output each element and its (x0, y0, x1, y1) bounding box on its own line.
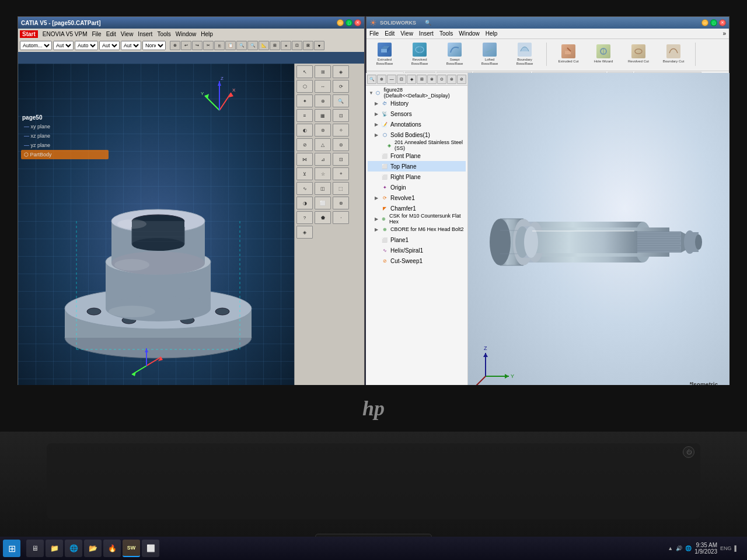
catia-side-btn-33[interactable]: ⬝ (333, 211, 349, 224)
catia-dropdown-3[interactable]: Auto (75, 41, 98, 50)
catia-tool-btn-9[interactable]: 📐 (259, 41, 269, 50)
sw-tree-plane1[interactable]: ⬜ Plane1 (368, 235, 466, 245)
catia-window-controls[interactable]: ─ □ ✕ (337, 19, 361, 26)
catia-tool-btn-13[interactable]: ⊠ (303, 41, 313, 50)
sw-tree-solid-bodies[interactable]: ▶ ⬡ Solid Bodies(1) (368, 130, 466, 140)
catia-side-btn-17[interactable]: △ (315, 138, 331, 151)
power-button[interactable]: ⏻ (683, 446, 694, 458)
catia-side-btn-1[interactable]: ↖ (296, 65, 313, 78)
sw-btn-revolved-boss[interactable]: Revolved Boss/Base (404, 40, 435, 68)
catia-tool-btn-12[interactable]: ⊡ (292, 41, 302, 50)
catia-side-btn-34[interactable]: ◈ (296, 226, 313, 239)
sw-panel-btn-filter[interactable]: ⊕ (377, 75, 386, 84)
catia-tool-btn-3[interactable]: ↪ (192, 41, 203, 50)
sw-panel-btn-more7[interactable]: ⊘ (457, 75, 466, 84)
catia-side-btn-13[interactable]: ◐ (296, 124, 313, 136)
catia-side-btn-8[interactable]: ⊕ (315, 94, 331, 107)
sw-panel-btn-collapse[interactable]: — (387, 75, 396, 84)
catia-menu-view[interactable]: View (121, 31, 134, 37)
catia-tool-btn-2[interactable]: ↩ (181, 41, 191, 50)
sw-maximize-btn[interactable]: □ (710, 19, 717, 26)
sw-panel-btn-more2[interactable]: ◈ (407, 75, 416, 84)
catia-tool-btn-4[interactable]: ✂ (203, 41, 214, 50)
sw-tree-sensors[interactable]: ▶ 📡 Sensors (368, 108, 466, 119)
catia-dropdown-6[interactable]: None (142, 41, 166, 50)
catia-tool-btn-5[interactable]: ⎘ (214, 41, 225, 50)
sw-btn-lofted-boss[interactable]: Lofted Boss/Base (474, 40, 505, 68)
sw-menu-file[interactable]: File (369, 30, 379, 37)
sw-menu-help[interactable]: Help (486, 30, 498, 37)
catia-side-btn-27[interactable]: ⬚ (333, 182, 349, 195)
sw-tree-cbore[interactable]: ▶ ⊕ CBORE for M6 Hex Head Bolt2 (368, 224, 466, 235)
catia-side-btn-6[interactable]: ⟳ (333, 80, 349, 93)
catia-side-btn-30[interactable]: ⊗ (333, 197, 349, 209)
catia-side-btn-31[interactable]: ? (296, 211, 313, 224)
catia-side-btn-28[interactable]: ◑ (296, 197, 313, 209)
sw-viewport[interactable]: Y Z X *Isometric (468, 73, 729, 411)
sw-window-controls[interactable]: ─ □ ✕ (701, 19, 726, 26)
sw-btn-extruded-cut[interactable]: Extruded Cut (553, 40, 584, 68)
sw-btn-swept-boss[interactable]: Swept Boss/Base (439, 40, 470, 68)
catia-side-btn-12[interactable]: ⊡ (333, 109, 349, 122)
taskbar-icon-sw[interactable]: SW (123, 540, 140, 557)
sw-tree-top-plane[interactable]: ⬜ Top Plane (368, 161, 466, 172)
sw-menu-view[interactable]: View (400, 30, 413, 37)
sw-tree-annotations[interactable]: ▶ 📝 Annotations (368, 119, 466, 130)
sw-menu-insert[interactable]: Insert (419, 30, 434, 37)
catia-side-btn-18[interactable]: ⊜ (333, 138, 349, 151)
catia-side-btn-26[interactable]: ◫ (315, 182, 331, 195)
catia-side-btn-24[interactable]: ⌖ (333, 167, 349, 180)
catia-side-btn-7[interactable]: ✦ (296, 94, 313, 107)
catia-maximize-btn[interactable]: □ (345, 19, 352, 26)
sw-tree-material[interactable]: ◈ 201 Annealed Stainless Steel (SS) (368, 140, 466, 150)
catia-tool-btn-1[interactable]: ⊕ (170, 41, 180, 50)
systray-time-block[interactable]: 9:35 AM 1/9/2023 (694, 542, 717, 555)
systray-show-desktop[interactable]: ▌ (735, 545, 738, 551)
systray-arrow[interactable]: ▲ (668, 545, 673, 551)
catia-menu-help[interactable]: Help (201, 31, 213, 37)
catia-dropdown-4[interactable]: Aut (99, 41, 120, 50)
sw-menu-tools[interactable]: Tools (439, 30, 453, 37)
catia-side-btn-9[interactable]: 🔍 (333, 94, 349, 107)
taskbar-icon-explorer[interactable]: 📂 (84, 540, 102, 557)
catia-side-btn-14[interactable]: ⊛ (315, 124, 331, 136)
sw-panel-btn-more3[interactable]: ⊞ (417, 75, 426, 84)
systray-network[interactable]: 🌐 (685, 545, 692, 551)
sw-tree-origin[interactable]: ✦ Origin (368, 182, 466, 192)
sw-minimize-btn[interactable]: ─ (701, 19, 708, 26)
catia-tool-btn-8[interactable]: 🔍 (247, 41, 258, 50)
catia-side-btn-4[interactable]: ⬡ (296, 80, 313, 93)
sw-tree-csk[interactable]: ▶ ⊕ CSK for M10 Countersunk Flat Hex (368, 214, 466, 224)
start-button[interactable]: ⊞ (3, 540, 20, 557)
sw-tree-front-plane[interactable]: ⬜ Front Plane (368, 150, 466, 161)
catia-side-btn-20[interactable]: ⊿ (315, 153, 331, 166)
catia-side-btn-15[interactable]: ✧ (333, 124, 349, 136)
catia-menu-enovia[interactable]: ENOVIA V5 VPM (43, 31, 88, 37)
sw-btn-hole-wizard[interactable]: Hole Wizard (588, 40, 619, 68)
catia-minimize-btn[interactable]: ─ (337, 19, 344, 26)
catia-side-btn-16[interactable]: ⊘ (296, 138, 313, 151)
sw-panel-btn-more5[interactable]: ⊙ (437, 75, 446, 84)
sw-panel-btn-more6[interactable]: ⊛ (447, 75, 456, 84)
taskbar-icon-firefox[interactable]: 🔥 (103, 540, 121, 557)
sw-panel-btn-more4[interactable]: ⊗ (427, 75, 437, 84)
catia-side-btn-11[interactable]: ▦ (315, 109, 331, 122)
catia-menu-tools[interactable]: Tools (157, 31, 170, 37)
catia-tool-btn-14[interactable]: ▼ (314, 41, 324, 50)
sw-btn-extruded-boss[interactable]: Extruded Boss/Base (369, 40, 400, 68)
catia-side-btn-32[interactable]: ⬟ (315, 211, 331, 224)
sw-tree-root[interactable]: ▼ ⬡ figure28 (Default<<Default>_Display) (368, 88, 466, 98)
taskbar-icon-folder[interactable]: 📁 (46, 540, 63, 557)
catia-dropdown-2[interactable]: Auto (53, 41, 74, 50)
catia-menu-edit[interactable]: Edit (106, 31, 116, 37)
catia-menu-window[interactable]: Window (176, 31, 197, 37)
catia-side-btn-5[interactable]: ↔ (315, 80, 331, 93)
systray-volume[interactable]: 🔊 (676, 545, 682, 551)
sw-tree-chamfer1[interactable]: ◤ Chamfer1 (368, 203, 466, 214)
catia-side-btn-3[interactable]: ◈ (333, 65, 349, 78)
catia-tool-btn-10[interactable]: ⊞ (270, 41, 280, 50)
catia-side-btn-25[interactable]: ∿ (296, 182, 313, 195)
catia-side-btn-19[interactable]: ⋈ (296, 153, 313, 166)
catia-side-btn-10[interactable]: ≡ (296, 109, 313, 122)
catia-side-btn-29[interactable]: ⬜ (315, 197, 331, 209)
